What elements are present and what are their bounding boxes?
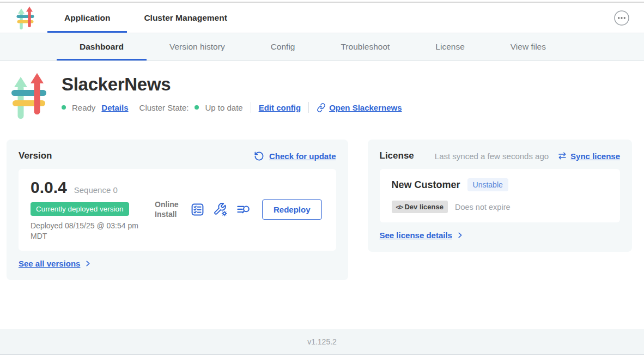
- check-for-update-label: Check for update: [269, 152, 336, 161]
- customer-name: New Customer: [392, 179, 460, 191]
- see-all-versions-link[interactable]: See all versions: [19, 259, 336, 268]
- open-app-link[interactable]: Open Slackernews: [317, 103, 402, 112]
- sync-license-label: Sync license: [570, 152, 620, 161]
- details-link[interactable]: Details: [101, 103, 128, 112]
- current-version-box: 0.0.4 Sequence 0 Currently deployed vers…: [19, 169, 336, 251]
- see-all-versions-label: See all versions: [19, 259, 80, 268]
- chevron-right-icon: [456, 231, 464, 239]
- tab-cluster-management[interactable]: Cluster Management: [127, 3, 244, 33]
- preflight-checks-icon[interactable]: [190, 202, 205, 217]
- edit-config-link[interactable]: Edit config: [259, 103, 301, 112]
- app-subnav: Dashboard Version history Config Trouble…: [0, 33, 644, 61]
- deployed-badge: Currently deployed version: [31, 202, 129, 216]
- version-card-title: Version: [19, 150, 52, 161]
- subnav-license-label: License: [435, 42, 464, 52]
- app-footer: v1.125.2: [0, 329, 644, 355]
- sync-arrows-icon: [557, 151, 567, 161]
- license-type-label: Dev license: [404, 203, 443, 211]
- subnav-item-config[interactable]: Config: [248, 33, 318, 60]
- open-app-label: Open Slackernews: [329, 103, 402, 112]
- dashboard-cards: Version Check for update 0.0.4 Sequence …: [0, 120, 644, 280]
- divider: [308, 102, 309, 113]
- check-for-update-link[interactable]: Check for update: [254, 151, 336, 161]
- license-type-badge: </> Dev license: [392, 201, 448, 213]
- app-header: SlackerNews Ready Details Cluster State:…: [0, 61, 644, 120]
- subnav-version-history-label: Version history: [169, 42, 225, 52]
- code-icon: </>: [396, 204, 403, 210]
- cluster-state-label: Cluster State:: [139, 103, 189, 112]
- license-card-title: License: [380, 150, 414, 161]
- app-status-label: Ready: [72, 103, 95, 112]
- sequence-label: Sequence 0: [74, 185, 118, 195]
- link-icon: [316, 102, 326, 112]
- subnav-item-dashboard[interactable]: Dashboard: [57, 33, 147, 60]
- cluster-state-value: Up to date: [205, 103, 242, 112]
- top-nav-tabs: Application Cluster Management: [47, 3, 244, 33]
- subnav-view-files-label: View files: [511, 42, 546, 52]
- subnav-item-view-files[interactable]: View files: [488, 33, 569, 60]
- subnav-config-label: Config: [271, 42, 295, 52]
- license-card: License Last synced a few seconds ago Sy…: [368, 140, 632, 252]
- tab-application[interactable]: Application: [47, 3, 127, 33]
- version-card: Version Check for update 0.0.4 Sequence …: [7, 140, 348, 280]
- subnav-item-troubleshoot[interactable]: Troubleshoot: [318, 33, 412, 60]
- see-license-details-link[interactable]: See license details: [380, 231, 620, 240]
- tab-cluster-management-label: Cluster Management: [144, 13, 227, 23]
- chevron-right-icon: [84, 259, 92, 268]
- app-logo-icon[interactable]: [16, 6, 34, 30]
- deployed-timestamp: Deployed 08/15/25 @ 03:54 pm MDT: [31, 221, 149, 241]
- config-wrench-icon[interactable]: [213, 202, 228, 217]
- cluster-state-dot: [195, 105, 199, 110]
- tab-application-label: Application: [64, 13, 110, 23]
- subnav-dashboard-label: Dashboard: [80, 42, 124, 52]
- last-synced-label: Last synced a few seconds ago: [435, 152, 549, 161]
- top-nav: Application Cluster Management: [0, 3, 644, 33]
- license-expiry-label: Does not expire: [455, 203, 511, 211]
- app-logo-large: [11, 72, 47, 120]
- ellipsis-icon: [613, 10, 630, 26]
- subnav-item-license[interactable]: License: [412, 33, 487, 60]
- redeploy-button[interactable]: Redeploy: [262, 199, 322, 220]
- install-type-label: Online Install: [155, 200, 182, 219]
- version-number: 0.0.4: [31, 178, 67, 197]
- sync-license-link[interactable]: Sync license: [557, 151, 620, 161]
- main-content: SlackerNews Ready Details Cluster State:…: [0, 61, 644, 329]
- deploy-logs-icon[interactable]: [236, 202, 251, 217]
- console-version-label: v1.125.2: [307, 337, 337, 346]
- license-summary-box: New Customer Unstable </> Dev license Do…: [380, 169, 620, 222]
- app-status-dot: [62, 105, 66, 110]
- subnav-item-version-history[interactable]: Version history: [147, 33, 248, 60]
- refresh-icon: [254, 151, 264, 161]
- app-status-row: Ready Details Cluster State: Up to date …: [62, 102, 402, 113]
- overflow-menu-button[interactable]: [613, 10, 630, 26]
- app-title: SlackerNews: [62, 74, 402, 95]
- channel-badge: Unstable: [467, 178, 508, 191]
- see-license-details-label: See license details: [380, 231, 452, 240]
- subnav-troubleshoot-label: Troubleshoot: [341, 42, 390, 52]
- divider: [251, 102, 251, 113]
